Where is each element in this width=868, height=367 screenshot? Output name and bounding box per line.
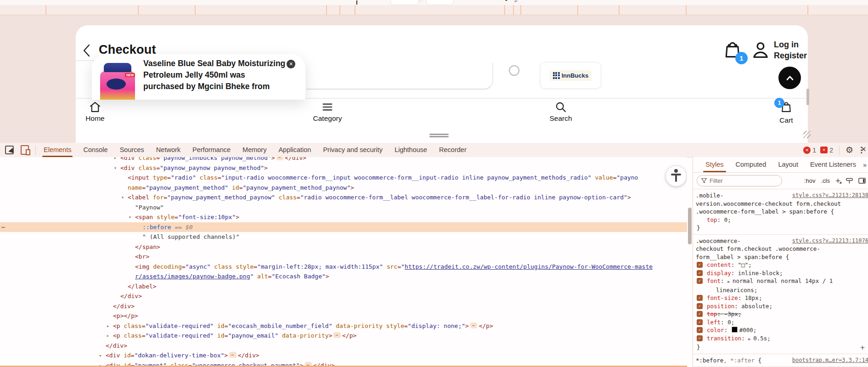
devtools-tab-application[interactable]: Application	[272, 143, 317, 157]
css-rule[interactable]: .mobile-style.css?v…21213:28138version.w…	[693, 189, 868, 235]
nav-item-home[interactable]: Home	[68, 101, 123, 123]
expand-arrow-down-icon[interactable]: ▾	[114, 163, 117, 173]
styles-tab-event-listeners[interactable]: Event Listeners	[804, 157, 862, 172]
stylesheet-link[interactable]: bootstrap.m…er=3.3.7:14	[792, 356, 868, 365]
css-property[interactable]: top: 0;	[696, 216, 867, 224]
code-line[interactable]: <img decoding="async" class style="margi…	[0, 262, 687, 272]
payment-radio[interactable]	[509, 65, 519, 76]
auth-links[interactable]: Log in Register	[774, 39, 807, 61]
code-line[interactable]: ▸<p class="validate-required" id="ecocas…	[0, 321, 687, 331]
css-property[interactable]: ✓left: 0;	[696, 318, 867, 327]
stylesheet-link[interactable]: style.css?v…21213:11076	[792, 237, 868, 245]
nav-item-cart[interactable]: 1 Cart	[759, 101, 814, 124]
settings-gear-icon[interactable]: ⚙	[845, 145, 853, 155]
payment-field-outline[interactable]	[306, 63, 493, 90]
css-property[interactable]: ✓color: #000;	[696, 326, 867, 334]
toast-close-button[interactable]: ✕	[287, 60, 295, 68]
hover-state-toggle[interactable]: :hov	[804, 177, 816, 184]
code-line[interactable]: ⋯::before == $0	[0, 222, 687, 232]
code-line[interactable]: "Paynow"	[0, 203, 687, 213]
collapsed-ellipsis-icon[interactable]: ⋯	[470, 322, 478, 328]
expand-arrow-down-icon[interactable]: ▾	[121, 192, 124, 203]
code-line[interactable]: </div>	[0, 301, 687, 311]
stylesheet-link[interactable]: style.css?v…21213:28138	[792, 192, 868, 200]
devtools-close-icon[interactable]: ✕	[861, 145, 867, 153]
resize-grip-icon[interactable]	[803, 131, 811, 138]
collapsed-ellipsis-icon[interactable]: ⋯	[229, 352, 237, 358]
login-link[interactable]: Log in	[774, 39, 807, 50]
code-line[interactable]: ▾<label for="paynow_payment_method_payno…	[0, 192, 687, 203]
register-link[interactable]: Register	[774, 50, 807, 61]
more-tabs-icon[interactable]: »	[863, 161, 868, 169]
styles-tab-layout[interactable]: Layout	[772, 157, 804, 172]
elements-scrollbar[interactable]	[688, 157, 692, 367]
code-line[interactable]: </div>	[0, 291, 687, 301]
account-button[interactable]	[750, 39, 771, 61]
issues-icon[interactable]: ✕	[820, 147, 828, 153]
accessibility-floating-button[interactable]	[665, 165, 687, 186]
styles-filter-input[interactable]: Filter	[697, 175, 782, 186]
code-line[interactable]: ▸<p class="validate-required" id="paynow…	[0, 331, 687, 341]
code-line[interactable]: r/assets/images/paynow-badge.png" alt="E…	[0, 271, 687, 282]
devtools-tab-console[interactable]: Console	[77, 143, 113, 157]
nav-item-category[interactable]: Category	[300, 101, 355, 123]
code-line[interactable]: <p></p>	[0, 311, 687, 321]
code-line[interactable]: ▸<div class="paynow_innbucks paynow_meth…	[0, 157, 687, 163]
styles-tab-styles[interactable]: Styles	[699, 157, 730, 172]
expand-arrow-right-icon[interactable]: ▸	[107, 321, 109, 331]
property-checkbox[interactable]: ✓	[697, 295, 703, 301]
line-gutter-dots-icon[interactable]: ⋯	[1, 222, 6, 232]
property-checkbox[interactable]: ✓	[697, 262, 703, 268]
code-line[interactable]: <input type="radio" class="input-radio w…	[0, 173, 687, 183]
css-property[interactable]: ✓content: "□";	[696, 261, 867, 269]
css-property[interactable]: ✓font-size: 18px;	[696, 294, 867, 302]
nav-item-search[interactable]: Search	[533, 101, 588, 123]
property-checkbox[interactable]: ✓	[697, 303, 703, 309]
elements-tree-pane[interactable]: ▸<div class="paynow_innbucks paynow_meth…	[0, 157, 687, 367]
new-style-rule-button[interactable]: +	[835, 178, 840, 184]
back-button[interactable]	[80, 42, 94, 59]
code-line[interactable]: name="paynow_payment_method" id="paynow_…	[0, 183, 687, 193]
expand-arrow-right-icon[interactable]: ▸	[99, 350, 102, 361]
page-scrollbar-thumb[interactable]	[806, 89, 809, 105]
inspect-element-icon[interactable]	[5, 146, 14, 154]
property-checkbox[interactable]: ✓	[697, 319, 703, 325]
code-line[interactable]: </div>	[0, 341, 687, 351]
expand-arrow-right-icon[interactable]: ▸	[114, 157, 117, 163]
device-toolbar-icon[interactable]	[21, 145, 29, 155]
expand-arrow-right-icon[interactable]: ▸	[107, 331, 109, 341]
expand-arrow-down-icon[interactable]: ▾	[129, 212, 131, 222]
css-property[interactable]: ✓transition: ▶ 0.5s;	[696, 334, 867, 344]
property-checkbox[interactable]: ✓	[697, 278, 703, 284]
devtools-tab-privacy-and-security[interactable]: Privacy and security	[317, 143, 389, 157]
styles-tab-computed[interactable]: Computed	[730, 157, 772, 172]
devtools-tab-sources[interactable]: Sources	[114, 143, 150, 157]
devtools-tab-memory[interactable]: Memory	[237, 143, 272, 157]
collapsed-ellipsis-icon[interactable]: ⋯	[276, 157, 284, 160]
css-property[interactable]: ✓display: inline-block;	[696, 269, 867, 277]
devtools-tab-recorder[interactable]: Recorder	[433, 143, 473, 157]
css-rule[interactable]: *:before, *:after {bootstrap.m…er=3.3.7:…	[693, 354, 868, 367]
error-icon[interactable]: ✕	[803, 147, 811, 154]
devtools-tab-network[interactable]: Network	[150, 143, 186, 157]
innbucks-option-card[interactable]: InnBucks	[540, 62, 601, 89]
code-line[interactable]: </label>	[0, 282, 687, 292]
property-checkbox[interactable]: ✓	[697, 270, 703, 276]
add-property-icon[interactable]: +	[860, 344, 865, 352]
class-toggle[interactable]: .cls	[821, 177, 830, 184]
css-rule[interactable]: .woocommerce-style.css?v…21213:11076chec…	[693, 235, 868, 354]
devtools-drag-handle[interactable]	[429, 134, 449, 135]
code-line[interactable]: ▾<div class="paynow_paynow paynow_method…	[0, 163, 687, 173]
devtools-tab-elements[interactable]: Elements	[38, 143, 77, 157]
property-checkbox[interactable]: ✓	[697, 327, 703, 333]
code-line[interactable]: </span>	[0, 242, 687, 252]
property-checkbox[interactable]: ✓	[697, 311, 703, 317]
css-property[interactable]: ✓position: absolute;	[696, 302, 867, 311]
elements-scrollbar-thumb[interactable]	[688, 208, 692, 244]
code-line[interactable]: ▾<span style="font-size:10px">	[0, 212, 687, 222]
code-line[interactable]: " (All supported channels)"	[0, 232, 687, 242]
scroll-to-top-button[interactable]	[778, 67, 801, 89]
code-line[interactable]: ▸<div id="dokan-delivery-time-box">⋯</di…	[0, 350, 687, 361]
purchase-toast[interactable]: NEW Vaseline Blue Seal Baby Moisturizing…	[92, 54, 305, 100]
css-property[interactable]: ✓font: ▶ normal normal normal 14px / 1	[696, 277, 867, 286]
